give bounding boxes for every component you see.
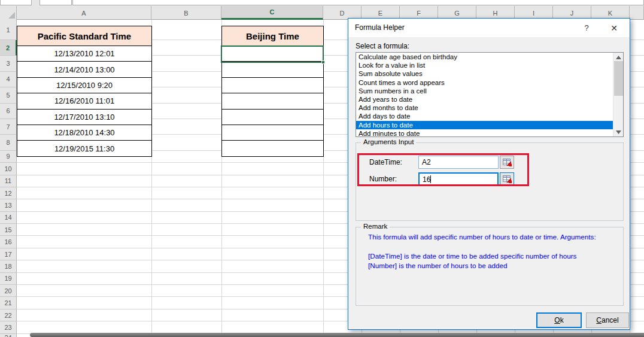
text-caret [430, 175, 431, 183]
name-box[interactable] [0, 0, 32, 5]
pst-cell[interactable]: 12/19/2015 11:30 [17, 141, 152, 156]
row-header-7[interactable]: 7 [0, 119, 17, 135]
ok-button[interactable]: Ok [536, 312, 582, 328]
pst-table: Pacific Standard Time12/13/2010 12:0112/… [17, 26, 152, 157]
range-selector-icon [503, 159, 512, 166]
column-header-filler [630, 6, 644, 20]
formula-list-item[interactable]: Add years to date [356, 95, 623, 104]
argument-input-wrap: 16 [418, 172, 514, 186]
column-header-a[interactable]: A [17, 6, 151, 20]
dialog-titlebar[interactable]: Formula Helper ? ✕ [348, 19, 630, 37]
beijing-cell[interactable] [221, 110, 324, 125]
column-header-b[interactable]: B [151, 6, 221, 20]
pst-cell[interactable]: 12/17/2010 13:10 [17, 110, 152, 125]
formula-list-item[interactable]: Add months to date [356, 104, 623, 112]
formula-list-item[interactable]: Add hours to date [356, 121, 623, 129]
row-header-20[interactable]: 20 [0, 285, 17, 297]
formula-bar-strip [0, 0, 644, 6]
pst-header-cell[interactable]: Pacific Standard Time [17, 26, 152, 46]
formula-listbox[interactable]: Calculate age based on birthdayLook for … [356, 52, 624, 137]
pst-cell[interactable]: 12/13/2010 12:01 [17, 46, 152, 62]
argument-input[interactable]: 16 [418, 172, 499, 186]
arguments-input-group: Arguments Input DateTime:A2Number:16 [356, 142, 624, 221]
scroll-up-icon[interactable] [613, 53, 624, 62]
beijing-cell[interactable] [221, 141, 324, 156]
range-selector-button[interactable] [500, 156, 514, 169]
range-selector-icon [503, 175, 512, 183]
row-header-21[interactable]: 21 [0, 297, 17, 309]
remark-group: Remark This formula will add specific nu… [356, 227, 624, 306]
selected-cell-c2[interactable] [221, 45, 324, 63]
argument-input[interactable]: A2 [418, 156, 499, 169]
row-header-8[interactable]: 8 [0, 135, 17, 150]
bottom-scrollbar[interactable] [30, 333, 644, 337]
fill-handle[interactable] [321, 60, 325, 64]
formula-list-item[interactable]: Count times a word appears [356, 78, 623, 87]
formula-list-item[interactable]: Sum absolute values [356, 69, 623, 78]
pst-cell[interactable]: 12/15/2010 9:20 [17, 78, 152, 93]
column-header-c[interactable]: C [221, 6, 323, 20]
row-header-24[interactable]: 24 [0, 334, 17, 337]
row-header-19[interactable]: 19 [0, 273, 17, 285]
row-header-17[interactable]: 17 [0, 248, 17, 260]
row-header-23[interactable]: 23 [0, 321, 17, 333]
formula-list-items: Calculate age based on birthdayLook for … [356, 53, 623, 137]
row-header-5[interactable]: 5 [0, 87, 17, 103]
formula-list-item[interactable]: Calculate age based on birthday [356, 53, 623, 61]
beijing-header-cell[interactable]: Beijing Time [221, 26, 324, 46]
formula-helper-dialog: Formula Helper ? ✕ Select a formula: Cal… [348, 18, 630, 330]
remark-group-title: Remark [361, 223, 390, 230]
row-header-22[interactable]: 22 [0, 309, 17, 321]
cancel-button[interactable]: Cancel [586, 312, 629, 328]
row-header-2[interactable]: 2 [0, 40, 17, 56]
beijing-cell[interactable] [221, 93, 324, 109]
formula-list-item[interactable]: Add days to date [356, 112, 623, 120]
select-all-corner[interactable] [0, 6, 17, 20]
dialog-title: Formula Helper [355, 23, 405, 32]
row-header-10[interactable]: 10 [0, 163, 17, 175]
scroll-down-icon[interactable] [613, 127, 624, 136]
remark-line: This formula will add specific number of… [368, 232, 618, 242]
argument-row: Number:16 [356, 172, 623, 186]
select-formula-label: Select a formula: [356, 42, 409, 50]
pst-cell[interactable]: 12/18/2010 14:30 [17, 125, 152, 141]
formula-list-item[interactable]: Look for a value in list [356, 61, 623, 69]
row-header-3[interactable]: 3 [0, 56, 17, 71]
scrollbar-thumb[interactable] [614, 61, 623, 96]
remark-text: This formula will add specific number of… [368, 232, 618, 271]
formula-list-item[interactable]: Add minutes to date [356, 129, 623, 137]
formula-input-box[interactable] [72, 0, 644, 5]
row-header-11[interactable]: 11 [0, 175, 17, 187]
help-icon[interactable]: ? [575, 19, 599, 37]
argument-row: DateTime:A2 [356, 156, 623, 169]
argument-label: Number: [369, 175, 397, 183]
formula-list-scrollbar[interactable] [613, 53, 623, 136]
row-header-14[interactable]: 14 [0, 212, 17, 224]
row-header-12[interactable]: 12 [0, 187, 17, 199]
row-header-9[interactable]: 9 [0, 151, 17, 163]
formula-list-item[interactable]: Sum numbers in a cell [356, 87, 623, 95]
row-header-1[interactable]: 1 [0, 20, 17, 40]
arguments-group-title: Arguments Input [361, 138, 416, 145]
row-header-6[interactable]: 6 [0, 104, 17, 119]
insert-function-box[interactable] [40, 0, 72, 5]
close-icon[interactable]: ✕ [602, 19, 626, 37]
pst-cell[interactable]: 12/16/2010 11:01 [17, 93, 152, 109]
beijing-cell[interactable] [221, 78, 324, 93]
row-header-16[interactable]: 16 [0, 236, 17, 248]
row-header-13[interactable]: 13 [0, 199, 17, 211]
remark-line: [DateTime] is the date or time to be add… [368, 251, 618, 261]
row-header-4[interactable]: 4 [0, 72, 17, 87]
argument-input-wrap: A2 [418, 156, 514, 169]
row-header-15[interactable]: 15 [0, 224, 17, 236]
argument-label: DateTime: [369, 158, 402, 166]
remark-line [368, 242, 618, 251]
pst-cell[interactable]: 12/14/2010 13:00 [17, 62, 152, 77]
beijing-cell[interactable] [221, 62, 324, 77]
range-selector-button[interactable] [500, 172, 514, 186]
row-header-18[interactable]: 18 [0, 260, 17, 272]
remark-line: [Number] is the number of hours to be ad… [368, 261, 618, 271]
beijing-cell[interactable] [221, 125, 324, 141]
